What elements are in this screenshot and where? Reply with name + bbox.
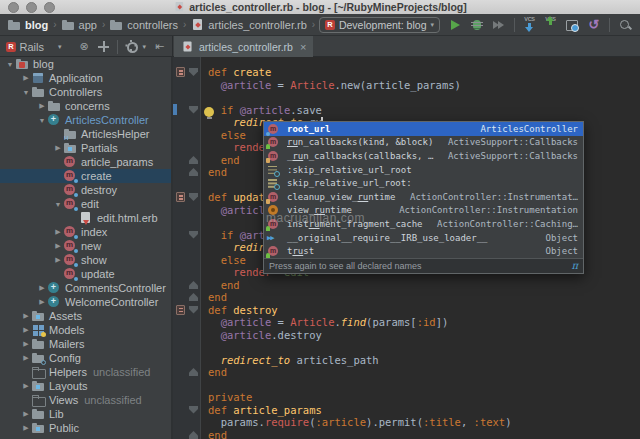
code-line[interactable]: redirect_to articles_path (173, 354, 640, 367)
tree-item-controllers[interactable]: ▼Controllers (0, 85, 171, 99)
hide-icon[interactable]: ⇤ (153, 40, 166, 53)
tree-item-mailers[interactable]: ▶Mailers (0, 337, 171, 351)
undo-icon[interactable]: ↺ (587, 18, 601, 32)
code-line[interactable]: def destroy (173, 304, 640, 317)
tree-item-article-params[interactable]: article_params (0, 155, 171, 169)
editor-tab[interactable]: articles_controller.rb × (174, 36, 313, 57)
breadcrumb-item[interactable]: controllers (110, 19, 178, 31)
gear-icon[interactable] (125, 40, 138, 53)
tree-item-create[interactable]: create (0, 169, 171, 183)
run-configuration-select[interactable]: Development: blog ▾ (319, 17, 440, 33)
tree-toggle-icon[interactable]: ▶ (20, 424, 32, 432)
coverage-icon[interactable] (492, 18, 506, 32)
completion-item[interactable]: _run_callbacks(callbacks, …ActiveSupport… (264, 149, 583, 163)
code-line[interactable]: end (173, 429, 640, 439)
tree-toggle-icon[interactable]: ▶ (52, 228, 64, 236)
tree-item-layouts[interactable]: ▶Layouts (0, 379, 171, 393)
intention-lightbulb-icon[interactable] (204, 107, 214, 117)
folder-icon (8, 19, 21, 31)
tree-item-blog[interactable]: ▼blog (0, 57, 171, 71)
tree-toggle-icon[interactable]: ▶ (36, 284, 48, 292)
tree-item-assets[interactable]: ▶Assets (0, 309, 171, 323)
tree-item-lib[interactable]: ▶Lib (0, 407, 171, 421)
chevron-down-icon[interactable]: ▾ (58, 43, 62, 51)
code-line[interactable]: @article = Article.find(params[:id]) (173, 316, 640, 329)
pi-sort-icon[interactable]: π (571, 260, 578, 271)
locate-icon[interactable]: ⊗ (77, 40, 90, 53)
code-line[interactable]: if @article.save (173, 104, 640, 117)
completion-item[interactable]: cleanup_view_runtimeActionController::In… (264, 190, 583, 204)
code-line[interactable]: end (173, 291, 640, 304)
tree-item-articleshelper[interactable]: HArticlesHelper (0, 127, 171, 141)
tree-toggle-icon[interactable]: ▶ (20, 312, 32, 320)
tree-item-public[interactable]: ▶Public (0, 421, 171, 435)
folder-icon (32, 338, 45, 350)
tree-item-index[interactable]: ▶index (0, 225, 171, 239)
tree-toggle-icon[interactable]: ▶ (52, 144, 64, 152)
tree-item-models[interactable]: ▶Models (0, 323, 171, 337)
debug-icon[interactable] (470, 18, 484, 32)
tree-item-update[interactable]: update (0, 267, 171, 281)
shelve-icon[interactable] (565, 18, 579, 32)
tree-item-partials[interactable]: ▶Partials (0, 141, 171, 155)
completion-item[interactable]: :skip_relative_url_root (264, 163, 583, 177)
scroll-to-source-icon[interactable] (97, 40, 110, 53)
close-button[interactable] (8, 2, 19, 13)
code-line[interactable]: def article_params (173, 404, 640, 417)
tree-toggle-icon[interactable]: ▶ (36, 102, 48, 110)
breadcrumb-item[interactable]: articles_controller.rb (191, 19, 306, 31)
tree-toggle-icon[interactable]: ▶ (20, 340, 32, 348)
search-icon[interactable] (618, 18, 632, 32)
tree-item-concerns[interactable]: ▶concerns (0, 99, 171, 113)
tree-toggle-icon[interactable]: ▶ (20, 354, 32, 362)
tree-toggle-icon[interactable]: ▼ (20, 89, 32, 96)
code-line[interactable]: private (173, 391, 640, 404)
code-line[interactable] (173, 341, 640, 354)
tree-toggle-icon[interactable]: ▶ (20, 382, 32, 390)
tree-item-config[interactable]: ▶Config (0, 351, 171, 365)
tree-toggle-icon[interactable]: ▶ (20, 410, 32, 418)
tree-item-application[interactable]: ▶Application (0, 71, 171, 85)
tree-item-commentscontroller[interactable]: ▶CommentsController (0, 281, 171, 295)
tree-toggle-icon[interactable]: ▶ (20, 74, 32, 82)
code-line[interactable]: @article = Article.new(article_params) (173, 79, 640, 92)
tree-toggle-icon[interactable]: ▶ (52, 256, 64, 264)
breadcrumb-item[interactable]: app (62, 19, 97, 31)
breadcrumb-item[interactable]: blog (8, 19, 48, 31)
vcs-commit-icon[interactable]: VCS (544, 17, 557, 33)
tree-toggle-icon[interactable]: ▶ (36, 298, 48, 306)
code-line[interactable]: end (173, 279, 640, 292)
tree-toggle-icon[interactable]: ▼ (36, 117, 48, 124)
completion-item[interactable]: trustObject (264, 244, 583, 258)
completion-item[interactable]: skip_relative_url_root: (264, 176, 583, 190)
zoom-button[interactable] (44, 2, 55, 13)
code-line[interactable]: @article.destroy (173, 329, 640, 342)
completion-item[interactable]: ▶▶__original__require__IRB_use_loader__O… (264, 231, 583, 245)
close-tab-icon[interactable]: × (300, 41, 306, 53)
method-dot-icon (64, 268, 77, 280)
code-line[interactable]: end (173, 366, 640, 379)
tree-item-show[interactable]: ▶show (0, 253, 171, 267)
code-line[interactable] (173, 379, 640, 392)
tree-item-new[interactable]: ▶new (0, 239, 171, 253)
tree-item-edit-html-erb[interactable]: edit.html.erb (0, 211, 171, 225)
code-line[interactable] (173, 91, 640, 104)
tree-toggle-icon[interactable]: ▶ (20, 326, 32, 334)
tree-item-helpers[interactable]: Helpersunclassified (0, 365, 171, 379)
completion-item-type: ActiveSupport::Callbacks (448, 151, 578, 161)
vcs-update-icon[interactable]: VCS (523, 17, 536, 33)
run-icon[interactable] (448, 18, 462, 32)
code-line[interactable]: def create (173, 66, 640, 79)
tree-toggle-icon[interactable]: ▼ (4, 61, 16, 68)
code-line[interactable]: params.require(:article).permit(:title, … (173, 416, 640, 429)
tree-item-welcomecontroller[interactable]: ▶WelcomeController (0, 295, 171, 309)
tree-item-edit[interactable]: ▼edit (0, 197, 171, 211)
completion-item[interactable]: root_urlArticlesController (264, 122, 583, 136)
completion-item[interactable]: run_callbacks(kind, &block)ActiveSupport… (264, 136, 583, 150)
tree-toggle-icon[interactable]: ▶ (52, 242, 64, 250)
tree-item-articlescontroller[interactable]: ▼ArticlesController (0, 113, 171, 127)
minimize-button[interactable] (26, 2, 37, 13)
tree-toggle-icon[interactable]: ▼ (52, 201, 64, 208)
tree-item-destroy[interactable]: destroy (0, 183, 171, 197)
tree-item-views[interactable]: Viewsunclassified (0, 393, 171, 407)
